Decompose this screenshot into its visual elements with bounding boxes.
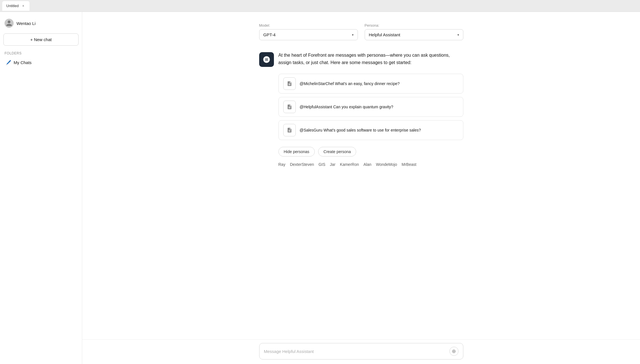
bot-logo-icon: [263, 56, 271, 64]
my-chats-icon: 🖊️: [6, 60, 11, 65]
persona-dropdown[interactable]: Helpful Assistant ▾: [365, 29, 463, 40]
persona-card-icon: [287, 81, 292, 86]
suggestion-item-0[interactable]: @MichelinStarChef What's an easy, fancy …: [278, 74, 463, 94]
model-chevron-icon: ▾: [352, 33, 354, 37]
suggestion-icon-1: [283, 101, 296, 113]
persona-pill-jar[interactable]: Jar: [330, 162, 335, 167]
tab-bar: Untitled ×: [0, 0, 640, 12]
sidebar-item-my-chats[interactable]: 🖊️ My Chats: [3, 58, 79, 67]
tab-close-button[interactable]: ×: [21, 4, 26, 8]
suggestion-text-1: @HelpfulAssistant Can you explain quantu…: [300, 105, 393, 109]
persona-chevron-icon: ▾: [457, 33, 459, 37]
sidebar: Wentao Li + New chat Folders 🖊️ My Chats: [0, 12, 82, 364]
persona-pill-alan[interactable]: Alan: [364, 162, 371, 167]
model-persona-row: Model: GPT-4 ▾ Persona: Helpful Assistan…: [259, 23, 463, 40]
new-chat-button[interactable]: + New chat: [3, 33, 79, 46]
suggestion-text-2: @SalesGuru What's good sales software to…: [300, 128, 421, 132]
persona-pill-mrbeast[interactable]: MrBeast: [402, 162, 416, 167]
suggestion-icon-2: [283, 124, 296, 136]
persona-pill-gis[interactable]: GIS: [318, 162, 325, 167]
persona-pills: Ray DexterSteven GIS Jar KamerRon Alan W…: [259, 162, 463, 167]
create-persona-button[interactable]: Create persona: [318, 147, 356, 156]
model-label: Model:: [259, 23, 358, 27]
message-input[interactable]: [264, 349, 447, 354]
welcome-text: At the heart of Forefront are messages w…: [278, 52, 463, 66]
main-layout: Wentao Li + New chat Folders 🖊️ My Chats…: [0, 12, 640, 364]
suggestion-item-1[interactable]: @HelpfulAssistant Can you explain quantu…: [278, 97, 463, 117]
welcome-row: At the heart of Forefront are messages w…: [259, 52, 463, 67]
user-name: Wentao Li: [16, 21, 35, 26]
model-value: GPT-4: [263, 32, 276, 37]
persona-pill-wondemojo[interactable]: WondeMojo: [376, 162, 397, 167]
persona-card-icon-2: [287, 127, 292, 133]
folders-label: Folders: [3, 51, 79, 55]
content-area: Model: GPT-4 ▾ Persona: Helpful Assistan…: [82, 12, 640, 364]
persona-value: Helpful Assistant: [369, 32, 400, 37]
bot-icon: [259, 52, 274, 67]
user-profile[interactable]: Wentao Li: [3, 16, 79, 30]
user-icon: [6, 20, 12, 27]
message-input-container: ⊕: [259, 343, 463, 359]
welcome-section: At the heart of Forefront are messages w…: [259, 52, 463, 67]
tab-untitled[interactable]: Untitled ×: [2, 1, 29, 11]
model-dropdown[interactable]: GPT-4 ▾: [259, 29, 358, 40]
suggestions-list: @MichelinStarChef What's an easy, fancy …: [259, 74, 463, 140]
persona-pill-kameron[interactable]: KamerRon: [340, 162, 359, 167]
suggestion-icon-0: [283, 77, 296, 90]
persona-select-group: Persona: Helpful Assistant ▾: [365, 23, 463, 40]
persona-label: Persona:: [365, 23, 463, 27]
my-chats-label: My Chats: [14, 60, 31, 65]
suggestion-text-0: @MichelinStarChef What's an easy, fancy …: [300, 81, 400, 86]
suggestion-item-2[interactable]: @SalesGuru What's good sales software to…: [278, 120, 463, 140]
chat-container: Model: GPT-4 ▾ Persona: Helpful Assistan…: [82, 12, 640, 339]
persona-pill-ray[interactable]: Ray: [278, 162, 286, 167]
send-button[interactable]: ⊕: [449, 347, 459, 356]
persona-card-icon-1: [287, 104, 292, 110]
message-input-area: ⊕: [82, 339, 640, 364]
model-select-group: Model: GPT-4 ▾: [259, 23, 358, 40]
persona-pill-dexterSteven[interactable]: DexterSteven: [290, 162, 314, 167]
tab-label: Untitled: [6, 4, 19, 8]
action-buttons: Hide personas Create persona: [259, 147, 463, 156]
avatar: [5, 19, 14, 28]
hide-personas-button[interactable]: Hide personas: [278, 147, 315, 156]
